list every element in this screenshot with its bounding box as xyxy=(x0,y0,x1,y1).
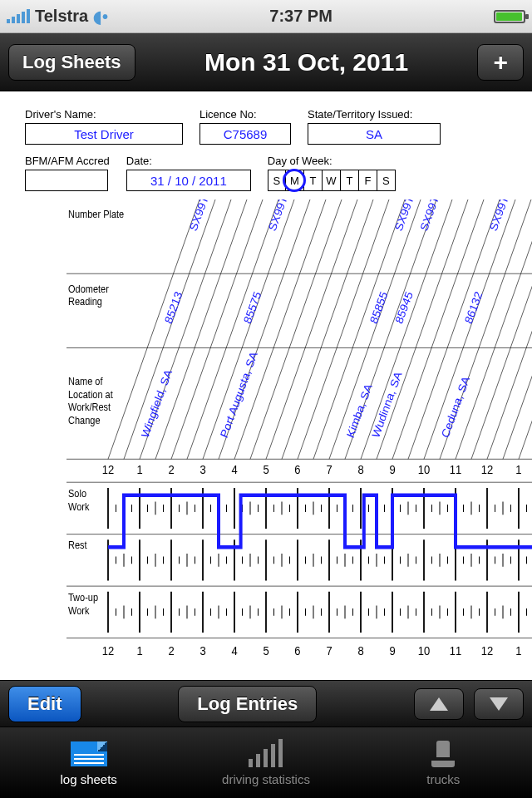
licence-label: Licence No: xyxy=(200,108,291,121)
svg-line-18 xyxy=(234,200,326,459)
svg-text:85945: 85945 xyxy=(393,289,416,326)
svg-text:Odometer: Odometer xyxy=(68,283,109,294)
truck-icon xyxy=(428,741,458,767)
tab-log-sheets-label: log sheets xyxy=(60,772,116,786)
tab-trucks-label: trucks xyxy=(426,772,460,786)
svg-text:Port Augusta, SA: Port Augusta, SA xyxy=(218,349,259,440)
add-button[interactable]: + xyxy=(477,44,524,81)
svg-text:12: 12 xyxy=(481,644,493,658)
date-field[interactable]: 31 / 10 / 2011 xyxy=(126,170,251,191)
svg-text:1: 1 xyxy=(136,644,142,658)
battery-icon xyxy=(494,10,525,23)
svg-text:Solo: Solo xyxy=(68,487,86,499)
svg-text:Location at: Location at xyxy=(68,388,113,400)
tab-stats-label: driving statistics xyxy=(222,772,310,786)
chevron-down-icon xyxy=(490,697,508,711)
svg-text:12: 12 xyxy=(481,464,493,477)
svg-line-20 xyxy=(266,200,357,459)
svg-text:SX99TT: SX99TT xyxy=(418,200,444,233)
up-button[interactable] xyxy=(414,688,464,720)
svg-line-11 xyxy=(124,200,215,459)
svg-text:Work/Rest: Work/Rest xyxy=(68,401,111,413)
svg-text:Kimba, SA: Kimba, SA xyxy=(344,382,374,440)
svg-text:10: 10 xyxy=(418,644,431,658)
svg-line-32 xyxy=(456,200,532,459)
svg-text:1: 1 xyxy=(515,644,521,658)
svg-text:Name of: Name of xyxy=(68,375,103,387)
svg-line-16 xyxy=(203,200,294,459)
edit-button[interactable]: Edit xyxy=(8,686,81,722)
svg-line-30 xyxy=(424,200,515,459)
svg-line-34 xyxy=(487,200,532,459)
svg-text:4: 4 xyxy=(231,644,238,658)
log-entries-button[interactable]: Log Entries xyxy=(178,686,317,722)
svg-text:6: 6 xyxy=(294,644,301,658)
status-left: Telstra ◖• xyxy=(7,7,108,27)
dow-selector[interactable]: SMTWTFS xyxy=(268,170,396,191)
svg-text:5: 5 xyxy=(263,644,269,658)
svg-text:7: 7 xyxy=(326,464,332,477)
svg-text:Rest: Rest xyxy=(68,539,87,551)
chevron-up-icon xyxy=(430,697,448,711)
down-button[interactable] xyxy=(474,688,524,720)
svg-text:7: 7 xyxy=(326,644,332,658)
stats-icon xyxy=(249,741,283,767)
date-label: Date: xyxy=(126,155,251,167)
tab-trucks[interactable]: trucks xyxy=(368,739,518,786)
svg-text:6: 6 xyxy=(294,464,301,477)
carrier-label: Telstra xyxy=(35,7,88,26)
name-label: Driver's Name: xyxy=(25,108,183,121)
svg-text:Reading: Reading xyxy=(68,296,102,308)
state-issued-label: State/Territory Issued: xyxy=(308,108,441,121)
svg-text:3: 3 xyxy=(200,644,206,658)
bfm-label: BFM/AFM Accred xyxy=(25,155,110,167)
svg-text:2: 2 xyxy=(168,464,174,477)
svg-text:9: 9 xyxy=(389,644,395,658)
tab-driving-statistics[interactable]: driving statistics xyxy=(191,739,341,786)
svg-text:Number Plate: Number Plate xyxy=(68,209,124,220)
svg-text:5: 5 xyxy=(263,464,269,477)
svg-line-19 xyxy=(250,200,342,459)
svg-text:8: 8 xyxy=(357,464,364,477)
nav-bar: Log Sheets Mon 31 Oct, 2011 + xyxy=(0,33,532,91)
toolstrip: Edit Log Entries xyxy=(0,680,532,727)
svg-text:10: 10 xyxy=(418,464,431,477)
page-title: Mon 31 Oct, 2011 xyxy=(135,48,478,76)
svg-text:11: 11 xyxy=(450,644,461,658)
svg-text:1: 1 xyxy=(136,464,142,477)
signal-icon xyxy=(7,10,30,23)
content: Driver's Name: Test Driver Licence No: C… xyxy=(0,91,532,682)
svg-text:4: 4 xyxy=(231,464,238,477)
svg-line-36 xyxy=(519,200,532,459)
bfm-field[interactable] xyxy=(25,170,108,191)
log-chart[interactable]: Number PlateOdometerReadingName ofLocati… xyxy=(0,200,532,682)
status-bar: Telstra ◖• 7:37 PM xyxy=(0,0,532,33)
svg-text:1: 1 xyxy=(515,464,521,477)
log-sheets-icon xyxy=(71,741,107,766)
dow-label: Day of Week: xyxy=(268,155,396,167)
svg-text:Work: Work xyxy=(68,500,90,512)
svg-text:Change: Change xyxy=(68,414,100,426)
svg-text:9: 9 xyxy=(389,464,395,477)
svg-line-14 xyxy=(171,200,263,459)
svg-text:12: 12 xyxy=(102,644,114,658)
svg-text:12: 12 xyxy=(102,464,114,477)
clock: 7:37 PM xyxy=(269,7,332,26)
svg-text:2: 2 xyxy=(168,644,174,658)
svg-text:11: 11 xyxy=(450,464,461,477)
wifi-icon: ◖• xyxy=(93,7,108,27)
back-button[interactable]: Log Sheets xyxy=(8,44,135,81)
tab-log-sheets[interactable]: log sheets xyxy=(14,739,164,786)
tab-bar: log sheets driving statistics trucks xyxy=(0,727,532,798)
state-issued-field[interactable]: SA xyxy=(308,123,441,145)
svg-text:Two-up: Two-up xyxy=(68,591,98,603)
svg-text:Work: Work xyxy=(68,604,90,616)
svg-text:3: 3 xyxy=(200,464,206,477)
svg-text:Ceduna, SA: Ceduna, SA xyxy=(439,374,472,440)
svg-text:Wingfield, SA: Wingfield, SA xyxy=(139,367,175,440)
svg-text:8: 8 xyxy=(357,644,364,658)
licence-field[interactable]: C75689 xyxy=(200,123,291,145)
name-field[interactable]: Test Driver xyxy=(25,123,183,145)
svg-line-28 xyxy=(392,200,484,459)
